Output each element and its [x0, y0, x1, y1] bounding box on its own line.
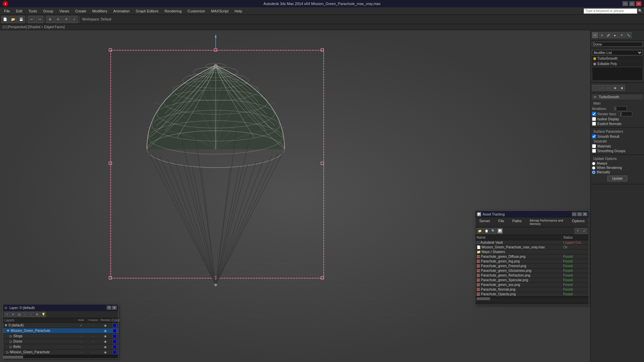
- layer-mission-child-hide[interactable]: —: [75, 351, 87, 354]
- asset-menu-options[interactable]: Options: [569, 218, 587, 226]
- asset-tool-3[interactable]: 🔍: [490, 228, 496, 234]
- layer-row-slings[interactable]: ▷ Slings — — ◉: [3, 334, 118, 339]
- menu-graph-editors[interactable]: Graph Editors: [133, 8, 161, 14]
- update-button[interactable]: Update: [607, 176, 627, 181]
- materials-checkbox[interactable]: [592, 144, 596, 148]
- asset-tool-4[interactable]: 📊: [497, 228, 503, 234]
- layer-default-color[interactable]: [111, 323, 118, 327]
- layer-mission-render[interactable]: ◉: [99, 329, 111, 333]
- layer-mission-color[interactable]: [111, 329, 118, 333]
- toolbar-save-btn[interactable]: 💾: [17, 16, 25, 23]
- iterations-input[interactable]: [613, 106, 627, 111]
- asset-row-fog[interactable]: 🖼 Parachute_green_fog.png Found: [475, 259, 589, 264]
- layer-row-mission-child[interactable]: ▷ Mission_Green_Parachute — — ◉: [3, 350, 118, 355]
- layer-select-btn[interactable]: ⊕: [35, 312, 40, 317]
- asset-menu-file[interactable]: File: [495, 218, 507, 226]
- asset-row-maps[interactable]: 📁 Maps / Shaders: [475, 250, 589, 254]
- rpanel-motion-tab[interactable]: ▶: [612, 32, 618, 38]
- rpanel-display-tab[interactable]: 👁: [619, 32, 625, 38]
- menu-help[interactable]: Help: [232, 8, 245, 14]
- layers-scroll-thumb[interactable]: [3, 356, 23, 358]
- asset-expand-btn[interactable]: ⤢: [581, 228, 587, 234]
- layer-new-btn[interactable]: 🗂: [16, 312, 22, 317]
- layer-dome-color[interactable]: [111, 340, 118, 344]
- layer-belts-color[interactable]: [111, 345, 118, 349]
- layer-move-down-btn[interactable]: ↓: [29, 312, 34, 317]
- modifier-editable-poly[interactable]: Editable Poly: [592, 61, 643, 66]
- toolbar-select-btn[interactable]: ⊕: [46, 16, 54, 23]
- menu-modifiers[interactable]: Modifiers: [90, 8, 110, 14]
- layer-add-btn[interactable]: +: [4, 312, 10, 317]
- menu-file[interactable]: File: [1, 8, 13, 14]
- modifier-list-dropdown[interactable]: Modifier List: [592, 50, 643, 55]
- asset-tool-2[interactable]: 📋: [483, 228, 489, 234]
- subobj-vertex[interactable]: ·: [592, 85, 598, 91]
- asset-menu-paths[interactable]: Paths: [509, 218, 524, 226]
- layer-dome-freeze[interactable]: —: [87, 340, 99, 343]
- menu-edit[interactable]: Edit: [13, 8, 25, 14]
- layer-default-hide[interactable]: ✓: [75, 324, 87, 327]
- layer-row-belts[interactable]: ▷ Belts — — ◉: [3, 344, 118, 350]
- subobj-poly[interactable]: ▣: [612, 85, 618, 91]
- asset-row-max[interactable]: 📄 Mission_Green_Parachute_max_vray.max O…: [475, 245, 589, 250]
- isoline-checkbox[interactable]: [592, 117, 596, 121]
- asset-restore-button[interactable]: □: [577, 212, 582, 216]
- subobj-edge[interactable]: /: [599, 85, 605, 91]
- asset-minimize-button[interactable]: ─: [572, 212, 577, 216]
- search-input[interactable]: [584, 8, 637, 14]
- menu-customize[interactable]: Customize: [185, 8, 208, 14]
- layers-close-btn[interactable]: ✕: [112, 306, 117, 310]
- layer-belts-hide[interactable]: —: [75, 345, 87, 349]
- asset-scrollbar-h[interactable]: [475, 297, 589, 300]
- asset-row-normal[interactable]: 🖼 Parachute_Normal.png Found: [475, 287, 589, 292]
- layer-mission-freeze[interactable]: —: [87, 329, 99, 333]
- subobj-element[interactable]: ◼: [619, 85, 625, 91]
- render-iters-checkbox[interactable]: [592, 112, 596, 116]
- always-radio[interactable]: [592, 162, 595, 165]
- layer-mission-hide[interactable]: —: [75, 329, 87, 333]
- asset-row-fresnel[interactable]: 🖼 Parachute_green_Fresnel.png Found: [475, 264, 589, 268]
- toolbar-open-btn[interactable]: 📂: [9, 16, 17, 23]
- layer-move-btn[interactable]: ↑: [22, 312, 28, 317]
- toolbar-redo-btn[interactable]: ↪: [36, 16, 43, 23]
- manually-radio[interactable]: [592, 171, 595, 174]
- layer-belts-render[interactable]: ◉: [99, 345, 111, 349]
- asset-row-diffuse[interactable]: 🖼 Parachute_green_Diffuse.png Found: [475, 254, 589, 259]
- rpanel-hierarchy-tab[interactable]: 🔗: [605, 32, 611, 38]
- modifier-turbosmoooth[interactable]: TurboSmooth: [592, 56, 643, 61]
- menu-views[interactable]: Views: [57, 8, 72, 14]
- menu-tools[interactable]: Tools: [26, 8, 40, 14]
- when-rendering-radio[interactable]: [592, 166, 595, 170]
- layer-default-render[interactable]: ◉: [99, 324, 111, 327]
- toolbar-move-btn[interactable]: ✛: [54, 16, 62, 23]
- object-name-input[interactable]: [592, 42, 643, 47]
- asset-close-button[interactable]: ✕: [583, 212, 587, 216]
- rpanel-create-tab[interactable]: ✦: [592, 32, 598, 38]
- asset-tool-1[interactable]: 📁: [477, 228, 483, 234]
- layer-mission-child-render[interactable]: ◉: [99, 351, 111, 354]
- layer-light-btn[interactable]: 💡: [41, 312, 46, 317]
- explicit-checkbox[interactable]: [592, 122, 596, 126]
- menu-animation[interactable]: Animation: [111, 8, 132, 14]
- layer-row-mission[interactable]: ▼ Mission_Green_Parachute — — ◉: [3, 328, 118, 334]
- layer-delete-btn[interactable]: ✕: [10, 312, 16, 317]
- menu-rendering[interactable]: Rendering: [162, 8, 184, 14]
- layers-help-btn[interactable]: ?: [107, 306, 111, 310]
- layer-belts-freeze[interactable]: —: [87, 345, 99, 349]
- asset-row-refraction[interactable]: 🖼 Parachute_green_Refraction.png Found: [475, 273, 589, 278]
- maximize-button[interactable]: □: [629, 1, 635, 6]
- layer-slings-hide[interactable]: —: [75, 335, 87, 338]
- layer-row-default[interactable]: ▼ 0 (default) ✓ — ◉: [3, 323, 118, 328]
- asset-menu-bitmap[interactable]: Bitmap Performance and Memory: [527, 218, 567, 226]
- toolbar-rotate-btn[interactable]: ↺: [62, 16, 70, 23]
- asset-menu-server[interactable]: Server: [477, 218, 493, 226]
- layer-mission-child-freeze[interactable]: —: [87, 351, 99, 354]
- toolbar-undo-btn[interactable]: ↩: [28, 16, 35, 23]
- menu-maxscript[interactable]: MAXScript: [208, 8, 231, 14]
- layer-default-freeze[interactable]: —: [87, 324, 99, 327]
- menu-create[interactable]: Create: [72, 8, 89, 14]
- smooth-result-checkbox[interactable]: [592, 134, 596, 138]
- minimize-button[interactable]: ─: [623, 1, 628, 6]
- rpanel-utilities-tab[interactable]: 🔧: [626, 32, 632, 38]
- layer-row-dome[interactable]: ▷ Dome — — ◉: [3, 339, 118, 344]
